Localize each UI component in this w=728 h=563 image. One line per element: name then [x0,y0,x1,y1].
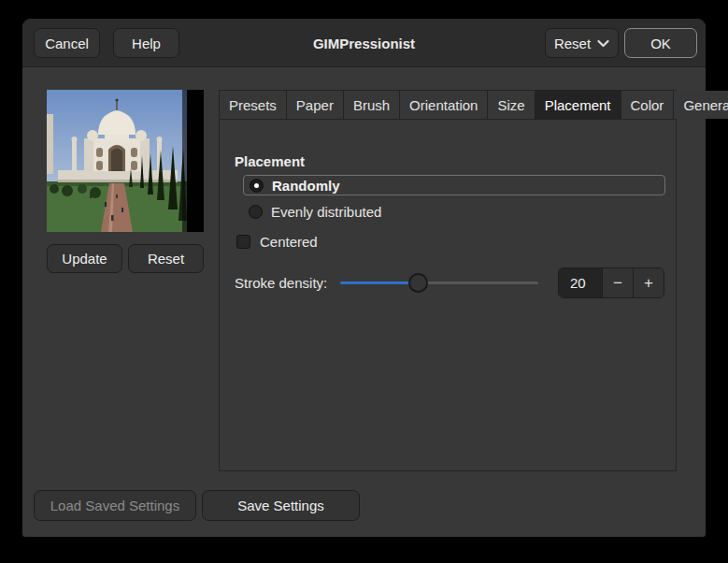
reset-menu-label: Reset [554,36,591,51]
radio-option-randomly[interactable]: Randomly [243,175,665,195]
stroke-density-value[interactable]: 20 [559,268,602,297]
help-button[interactable]: Help [113,28,179,58]
stroke-density-spinner: 20 − + [558,267,664,298]
slider-fill [340,282,418,284]
section-title: Placement [235,153,305,169]
decrement-button[interactable]: − [602,268,633,297]
update-button-label: Update [62,251,107,267]
tab-general[interactable]: General [674,91,728,119]
slider-thumb[interactable] [408,273,428,293]
stroke-density-row: Stroke density: 20 − + [235,267,664,298]
radio-off-icon [249,205,263,219]
ok-button[interactable]: OK [624,28,697,58]
stroke-density-label: Stroke density: [235,275,327,291]
taj-mahal-preview [47,90,204,232]
radio-option-evenly-distributed[interactable]: Evenly distributed [243,201,389,222]
radio-option-label: Randomly [272,178,340,194]
stroke-density-slider[interactable] [340,267,538,298]
cancel-button[interactable]: Cancel [34,28,100,58]
settings-notebook: Presets Paper Brush Orientation Size Pla… [219,90,677,471]
tab-paper[interactable]: Paper [287,91,344,119]
tab-brush[interactable]: Brush [344,91,400,119]
radio-on-icon [250,179,264,193]
tab-color[interactable]: Color [621,91,675,119]
preview-reset-button-label: Reset [148,251,184,267]
tab-size[interactable]: Size [488,91,535,119]
tab-presets[interactable]: Presets [220,91,287,119]
placement-panel: Placement Randomly Evenly distributed Ce… [220,120,676,470]
checkbox-unchecked-icon [236,235,250,249]
save-settings-label: Save Settings [237,498,324,513]
save-settings-button[interactable]: Save Settings [202,490,360,521]
titlebar: GIMPressionist Cancel Help Reset OK [22,19,706,67]
tab-orientation[interactable]: Orientation [400,91,488,119]
chevron-down-icon [597,39,609,48]
load-saved-settings-label: Load Saved Settings [50,498,179,513]
centered-checkbox-label: Centered [260,234,318,250]
increment-button[interactable]: + [633,268,664,297]
reset-menu-button[interactable]: Reset [545,28,619,58]
radio-option-label: Evenly distributed [271,204,381,220]
tab-placement[interactable]: Placement [535,91,621,119]
load-saved-settings-button[interactable]: Load Saved Settings [34,490,196,521]
preview-reset-button[interactable]: Reset [128,244,204,273]
centered-checkbox-row[interactable]: Centered [236,234,318,250]
tab-bar: Presets Paper Brush Orientation Size Pla… [220,91,676,120]
cancel-button-label: Cancel [45,36,89,51]
update-button[interactable]: Update [47,244,122,273]
preview-image [47,90,204,232]
help-button-label: Help [132,36,161,51]
gimpressionist-dialog: GIMPressionist Cancel Help Reset OK [22,19,706,537]
ok-button-label: OK [650,36,671,51]
